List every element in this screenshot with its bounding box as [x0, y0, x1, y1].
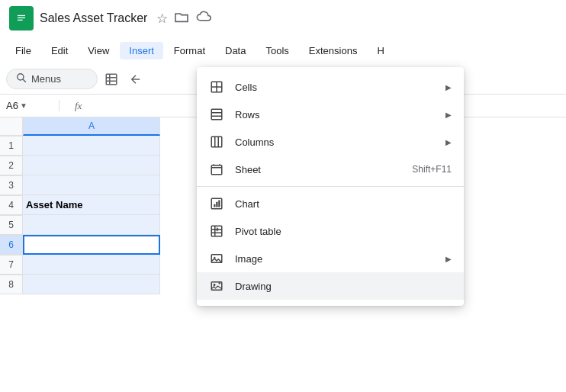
svg-line-5 [23, 79, 26, 82]
cells-label: Cells [235, 82, 435, 93]
table-icon[interactable] [101, 69, 122, 90]
divider-1 [197, 186, 464, 187]
cell-a6[interactable] [23, 235, 160, 255]
cell-a3[interactable] [23, 175, 160, 195]
image-arrow [445, 253, 452, 264]
row-num-4: 4 [0, 195, 23, 215]
cell-reference[interactable]: A6 ▼ [6, 100, 59, 111]
svg-rect-1 [18, 15, 25, 16]
insert-sheet-item[interactable]: Sheet Shift+F11 [197, 156, 464, 183]
search-icon [16, 72, 27, 85]
rows-icon [209, 108, 224, 121]
insert-columns-item[interactable]: Columns [197, 128, 464, 156]
pivot-icon [209, 224, 224, 238]
cell-a4[interactable]: Asset Name [23, 195, 160, 215]
row-num-2: 2 [0, 156, 23, 175]
menu-bar: File Edit View Insert Format Data Tools … [0, 37, 566, 64]
image-icon [209, 252, 224, 265]
search-box[interactable]: Menus [6, 69, 98, 89]
sheet-label: Sheet [235, 164, 401, 175]
row-num-7: 7 [0, 255, 23, 275]
columns-arrow [445, 137, 452, 147]
title-bar: Sales Asset Tracker ☆ [0, 0, 566, 37]
search-text: Menus [31, 73, 61, 85]
star-icon[interactable]: ☆ [156, 11, 168, 27]
menu-extensions[interactable]: Extensions [300, 42, 367, 59]
insert-cells-item[interactable]: Cells [197, 73, 464, 101]
row-num-3: 3 [0, 175, 23, 195]
menu-file[interactable]: File [6, 42, 40, 59]
sheet-icon [209, 162, 224, 176]
insert-image-item[interactable]: Image [197, 245, 464, 272]
svg-rect-22 [216, 202, 217, 207]
svg-rect-13 [211, 109, 222, 120]
svg-rect-2 [18, 18, 25, 18]
cloud-icon[interactable] [195, 11, 212, 27]
pivot-label: Pivot table [235, 226, 452, 237]
row-num-1: 1 [0, 136, 23, 156]
insert-chart-item[interactable]: Chart [197, 190, 464, 217]
chart-label: Chart [235, 198, 452, 210]
title-icons: ☆ [156, 11, 212, 27]
col-header-a[interactable]: A [23, 117, 160, 136]
svg-rect-21 [214, 204, 215, 207]
app-icon [9, 6, 34, 31]
menu-view[interactable]: View [79, 42, 118, 59]
rows-label: Rows [235, 109, 435, 120]
cell-ref-text: A6 [6, 100, 18, 111]
rows-arrow [445, 109, 452, 120]
dropdown-arrow-icon: ▼ [20, 101, 27, 110]
cell-a2[interactable] [23, 156, 160, 175]
drawing-icon [209, 279, 224, 293]
row-num-6: 6 [0, 235, 23, 255]
columns-label: Columns [235, 137, 435, 148]
menu-help[interactable]: H [368, 42, 393, 59]
svg-rect-16 [211, 137, 222, 147]
corner-header [0, 117, 23, 136]
cells-arrow [445, 82, 452, 92]
cell-a1[interactable] [23, 136, 160, 156]
svg-point-4 [18, 74, 24, 80]
svg-rect-6 [106, 74, 117, 85]
insert-rows-item[interactable]: Rows [197, 101, 464, 128]
cells-icon [209, 80, 224, 94]
image-label: Image [235, 253, 435, 265]
drawing-label: Drawing [235, 281, 452, 292]
app-title: Sales Asset Tracker [40, 11, 147, 25]
svg-rect-19 [211, 165, 222, 175]
svg-point-28 [214, 284, 216, 286]
svg-rect-23 [218, 201, 220, 207]
svg-rect-3 [18, 20, 23, 21]
back-icon[interactable] [125, 69, 146, 90]
cell-a5[interactable] [23, 215, 160, 235]
insert-drawing-item[interactable]: Drawing [197, 272, 464, 300]
menu-data[interactable]: Data [216, 42, 255, 59]
row-num-8: 8 [0, 275, 23, 294]
menu-edit[interactable]: Edit [42, 42, 77, 59]
insert-pivot-item[interactable]: Pivot table [197, 217, 464, 245]
menu-tools[interactable]: Tools [256, 42, 297, 59]
columns-icon [209, 135, 224, 149]
fx-icon: fx [69, 100, 88, 112]
menu-format[interactable]: Format [165, 42, 214, 59]
cell-a8[interactable] [23, 275, 160, 294]
sheet-shortcut: Shift+F11 [412, 164, 452, 175]
folder-icon[interactable] [174, 11, 189, 27]
row-num-5: 5 [0, 215, 23, 235]
cell-a7[interactable] [23, 255, 160, 275]
chart-icon [209, 197, 224, 210]
insert-dropdown: Cells Rows Columns [197, 67, 464, 306]
menu-insert[interactable]: Insert [120, 42, 163, 59]
